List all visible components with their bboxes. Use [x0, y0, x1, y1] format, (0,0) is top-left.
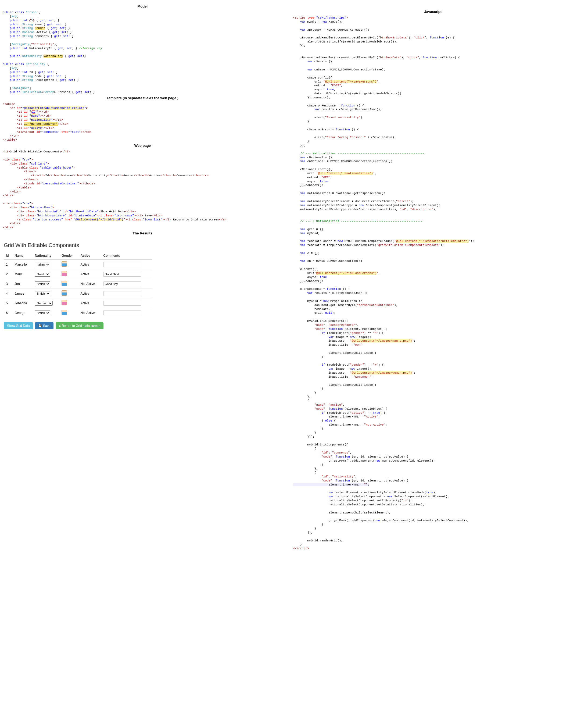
cell-id: 6: [4, 308, 12, 318]
cell-active: Active: [79, 289, 101, 298]
nationality-select[interactable]: British: [35, 310, 50, 315]
gender-prop-highlight: Gender: [35, 27, 45, 30]
nationality-select[interactable]: Italian: [35, 262, 50, 267]
table-row: 6GeorgeBritishNot Active: [4, 308, 152, 318]
cell-nat: British: [33, 308, 60, 318]
cell-comments: [101, 260, 152, 269]
model-code-block: public class Person { [Key] public int I…: [3, 11, 282, 94]
comments-input[interactable]: [103, 310, 141, 315]
cell-nat: Greek: [33, 269, 60, 279]
cell-nat: German: [33, 298, 60, 308]
cell-active: Active: [79, 269, 101, 279]
results-heading: The Results: [3, 231, 282, 235]
save-icon: 💾: [38, 324, 42, 327]
table-row: 2MaryGreekActive: [4, 269, 152, 279]
col-name: Name: [12, 252, 33, 260]
cell-gender: [59, 269, 78, 279]
results-render: Grid With Editable Components Id Name Na…: [3, 238, 153, 335]
cell-comments: [101, 289, 152, 298]
cell-id: 1: [4, 260, 12, 269]
comments-input[interactable]: [103, 282, 141, 286]
return-button[interactable]: ≡Return to Grid main screen: [56, 322, 103, 329]
results-title: Grid With Editable Components: [4, 242, 152, 248]
cell-nat: British: [33, 289, 60, 298]
cell-id: 3: [4, 279, 12, 289]
cell-nat: Italian: [33, 260, 60, 269]
id-prop-circle: Id: [29, 19, 35, 22]
template-heading: Template (in separate file as the web pa…: [3, 96, 282, 100]
nationality-select[interactable]: British: [35, 291, 50, 296]
save-button[interactable]: 💾Save: [35, 322, 54, 329]
nationality-select[interactable]: Greek: [35, 272, 50, 276]
cell-id: 2: [4, 269, 12, 279]
javascript-heading: Javascript: [293, 10, 573, 14]
table-row: 3JonBritishNot Active: [4, 279, 152, 289]
cell-gender: [59, 289, 78, 298]
cell-gender: [59, 298, 78, 308]
col-active: Active: [79, 252, 101, 260]
cell-gender: [59, 279, 78, 289]
cell-id: 4: [4, 289, 12, 298]
cell-comments: [101, 279, 152, 289]
cell-gender: [59, 308, 78, 318]
col-gender: Gender: [59, 252, 78, 260]
col-comments: Comments: [101, 252, 152, 260]
comments-input[interactable]: [103, 272, 141, 276]
comments-input[interactable]: [103, 301, 141, 306]
cell-name: Johanna: [12, 298, 33, 308]
col-nat: Nationality: [33, 252, 60, 260]
gender-renderer-name-hl: "genderRenderer": [329, 324, 357, 327]
cell-comments: [101, 298, 152, 308]
cell-active: Not Active: [79, 279, 101, 289]
table-row: 1MarcelloItalianActive: [4, 260, 152, 269]
nationality-select[interactable]: British: [35, 282, 50, 286]
template-code-block: <table> <tr id="gridWithEditableComponen…: [3, 102, 282, 142]
cell-name: Mary: [12, 269, 33, 279]
cell-comments: [101, 308, 152, 318]
cell-gender: [59, 260, 78, 269]
list-icon: ≡: [59, 324, 61, 327]
man-icon: [62, 261, 67, 267]
woman-icon: [62, 300, 67, 305]
nav-prop-highlight: Nationality: [44, 55, 63, 58]
cell-active: Active: [79, 298, 101, 308]
cell-name: Jon: [12, 279, 33, 289]
cell-name: James: [12, 289, 33, 298]
man-icon: [62, 290, 67, 296]
active-name-hl: "active": [329, 403, 343, 407]
show-grid-button[interactable]: Show Grid Data: [4, 322, 33, 329]
cell-active: Active: [79, 260, 101, 269]
webpage-heading: Web page: [3, 144, 282, 148]
man-icon: [62, 281, 67, 286]
webpage-code-block: <h2>Grid With Editable Components</h2> <…: [3, 150, 282, 230]
cell-nat: British: [33, 279, 60, 289]
cell-name: George: [12, 308, 33, 318]
comments-input[interactable]: [103, 262, 141, 267]
cell-id: 5: [4, 298, 12, 308]
man-icon: [62, 310, 67, 315]
cell-comments: [101, 269, 152, 279]
woman-icon: [62, 271, 67, 276]
cell-name: Marcello: [12, 260, 33, 269]
javascript-code-block: <script type="text/javascript"> var m2mj…: [293, 16, 573, 551]
table-row: 4JamesBritishActive: [4, 289, 152, 298]
gender-renderer-highlight: id="genderRenderer": [24, 122, 58, 126]
comments-input[interactable]: [103, 291, 141, 296]
nationality-select[interactable]: German: [35, 301, 53, 306]
model-heading: Model: [3, 4, 282, 8]
table-row: 5JohannaGermanActive: [4, 298, 152, 308]
td-id-circle: id: [31, 110, 36, 114]
results-table: Id Name Nationality Gender Active Commen…: [4, 252, 152, 317]
cell-active: Not Active: [79, 308, 101, 318]
col-id: Id: [4, 252, 12, 260]
